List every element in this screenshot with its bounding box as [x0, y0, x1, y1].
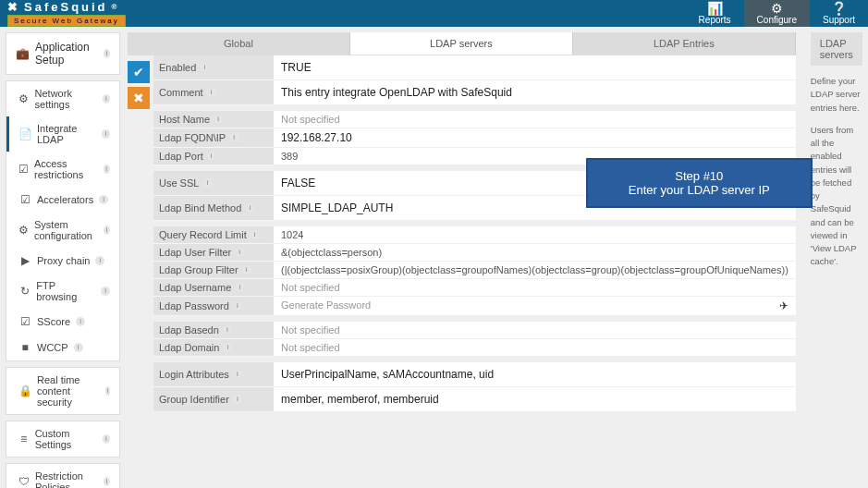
field-value[interactable]: This entry integrate OpenLDAP with SafeS…	[274, 80, 796, 105]
right-text-1: Define your LDAP server entries here.	[811, 75, 862, 115]
form-row: Ldap User Filter i&(objectclass=person)	[153, 244, 796, 262]
field-label: Ldap FQDN\IP i	[153, 128, 274, 148]
app-setup-label: Application Setup	[35, 41, 98, 67]
tab-global[interactable]: Global	[128, 32, 350, 55]
info-icon: i	[202, 178, 212, 188]
nav-label: Accelerators	[37, 194, 93, 205]
tabs: GlobalLDAP serversLDAP Entries	[128, 32, 796, 55]
sidebar-item-sscore[interactable]: ☑SScore i	[6, 309, 119, 335]
brand-subtitle: Secure Web Gateway	[7, 15, 126, 27]
info-icon: i	[105, 386, 110, 396]
sidebar-item-accelerators[interactable]: ☑Accelerators i	[6, 187, 119, 213]
info-icon: i	[76, 317, 85, 326]
nav-label: Proxy chain	[37, 255, 90, 266]
info-icon: i	[104, 477, 110, 486]
info-icon: i	[99, 195, 108, 204]
header-configure-button[interactable]: ⚙Configure	[744, 0, 810, 27]
cancel-button[interactable]: ✖	[128, 87, 150, 109]
tab-ldap-servers[interactable]: LDAP servers	[350, 32, 573, 55]
field-value[interactable]: Not specified	[274, 111, 796, 128]
gear-icon: ⚙	[771, 2, 783, 15]
header-actions: 📊Reports⚙Configure❔Support	[686, 0, 868, 27]
sidebar-item-network-settings[interactable]: ⚙Network settings i	[6, 81, 119, 116]
sidebar-item-restriction-policies[interactable]: 🛡Restriction Policies i	[6, 464, 119, 488]
field-label: Ldap Username i	[153, 279, 274, 297]
field-value[interactable]: Not specified	[274, 279, 796, 297]
sidebar-item-custom-settings[interactable]: ≡Custom Settings i	[6, 421, 119, 457]
send-icon[interactable]: ✈	[779, 299, 789, 312]
info-icon: i	[104, 49, 110, 58]
nav-icon: ☑	[18, 163, 29, 176]
info-icon: i	[104, 165, 110, 174]
info-icon: i	[233, 370, 242, 379]
info-icon: i	[104, 226, 110, 235]
info-icon: i	[251, 230, 260, 239]
info-icon: i	[103, 94, 110, 104]
nav-label: FTP browsing	[36, 280, 95, 302]
field-label: Ldap Bind Method i	[153, 196, 274, 221]
nav-icon: 🔒	[18, 384, 31, 397]
header-bar: ✖ SafeSquid® Secure Web Gateway 📊Reports…	[0, 0, 868, 27]
field-label: Use SSL i	[153, 171, 274, 196]
nav-label: SScore	[37, 316, 70, 327]
sidebar-item-access-restrictions[interactable]: ☑Access restrictions i	[6, 152, 119, 187]
sidebar-item-integrate-ldap[interactable]: 📄Integrate LDAP i	[6, 116, 119, 152]
right-text-2: Users from all the enabled entries will …	[811, 124, 862, 269]
sidebar-item-proxy-chain[interactable]: ▶Proxy chain i	[6, 248, 119, 274]
field-value[interactable]: Generate Password✈	[274, 297, 796, 316]
nav-label: Real time content security	[37, 374, 100, 408]
nav-icon: ▶	[18, 254, 31, 267]
header-reports-button[interactable]: 📊Reports	[686, 0, 744, 27]
info-icon: i	[214, 115, 223, 124]
field-value[interactable]: Not specified	[274, 322, 796, 339]
info-icon: i	[200, 63, 209, 72]
info-icon: i	[233, 395, 242, 404]
nav-label: Restriction Policies	[35, 470, 98, 488]
info-icon: i	[223, 343, 232, 352]
field-value[interactable]: UserPrincipalName, sAMAccountname, uid	[274, 362, 796, 387]
callout-body: Enter your LDAP server IP	[595, 183, 803, 197]
form-row: Host Name iNot specified	[153, 111, 796, 128]
field-value[interactable]: member, memberof, memberuid	[274, 387, 796, 412]
nav-icon: ≡	[18, 433, 30, 445]
field-label: Group Identifier i	[153, 387, 274, 412]
sidebar-item-system-configuration[interactable]: ⚙System configuration i	[6, 213, 119, 248]
info-icon: i	[233, 301, 242, 311]
bar-chart-icon: 📊	[707, 2, 723, 15]
form-row: Enabled iTRUE	[153, 55, 796, 80]
info-icon: i	[207, 152, 216, 161]
header-support-button[interactable]: ❔Support	[810, 0, 868, 27]
info-icon: i	[101, 287, 109, 296]
nav-label: Network settings	[35, 88, 97, 110]
sidebar-item-ftp-browsing[interactable]: ↻FTP browsing i	[6, 274, 119, 309]
field-value[interactable]: Not specified	[274, 339, 796, 357]
form-row: Ldap FQDN\IP i192.168.27.10	[153, 128, 796, 148]
form-row: Group Identifier imember, memberof, memb…	[153, 387, 796, 412]
field-label: Comment i	[153, 80, 274, 105]
field-value[interactable]: 192.168.27.10	[274, 128, 796, 148]
nav-label: Integrate LDAP	[37, 123, 96, 145]
nav-label: WCCP	[37, 342, 68, 353]
tab-ldap-entries[interactable]: LDAP Entries	[573, 32, 796, 55]
field-value[interactable]: (|(objectclass=posixGroup)(objectclass=g…	[274, 262, 796, 279]
sidebar-item-real-time-content-security[interactable]: 🔒Real time content security i	[6, 368, 119, 414]
field-value[interactable]: TRUE	[274, 55, 796, 80]
field-label: Ldap Password i	[153, 297, 274, 316]
nav-label: Access restrictions	[34, 158, 98, 180]
info-icon: i	[95, 256, 104, 265]
brand: ✖ SafeSquid® Secure Web Gateway	[0, 0, 126, 27]
field-label: Ldap Group Filter i	[153, 262, 274, 279]
field-value[interactable]: &(objectclass=person)	[274, 244, 796, 262]
main-area: 💼 Application Setup i ⚙Network settings …	[0, 27, 868, 488]
save-button[interactable]: ✔	[128, 61, 150, 83]
form-row: Login Attributes iUserPrincipalName, sAM…	[153, 362, 796, 387]
callout-title: Step #10	[595, 169, 803, 183]
ldap-servers-button[interactable]: LDAP servers	[811, 32, 862, 66]
registered-icon: ®	[112, 3, 120, 11]
form-row: Ldap Password iGenerate Password✈	[153, 297, 796, 316]
nav-icon: 📄	[18, 128, 31, 140]
form-body: Enabled iTRUEComment iThis entry integra…	[153, 55, 796, 412]
sidebar-app-setup[interactable]: 💼 Application Setup i	[6, 32, 120, 75]
sidebar-item-wccp[interactable]: ■WCCP i	[6, 335, 119, 360]
field-value[interactable]: 1024	[274, 226, 796, 244]
